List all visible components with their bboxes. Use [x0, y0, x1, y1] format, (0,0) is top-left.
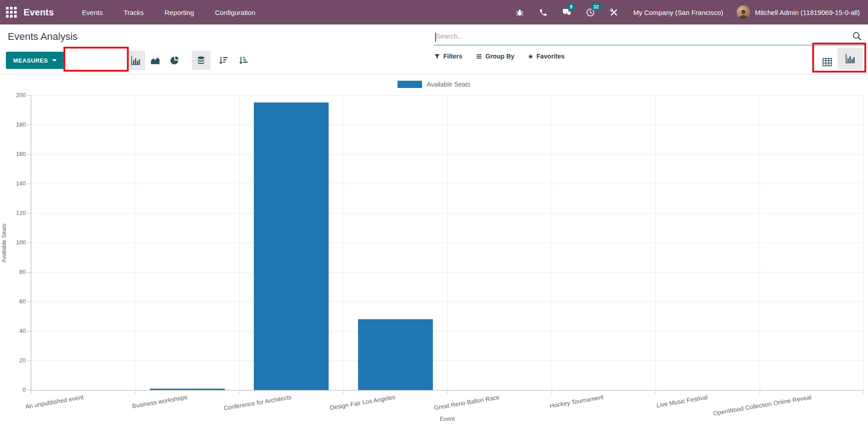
- bar-business-workshops[interactable]: [150, 389, 225, 390]
- avatar[interactable]: [737, 5, 750, 19]
- y-tick-label: 140: [8, 180, 26, 187]
- tools-icon[interactable]: [609, 7, 619, 17]
- menu-events[interactable]: Events: [82, 9, 103, 16]
- filter-icon: [434, 54, 440, 59]
- y-tick-mark: [27, 243, 31, 243]
- vertical-gridline: [552, 95, 552, 390]
- search-input[interactable]: [434, 30, 866, 45]
- x-tick-mark: [760, 390, 760, 394]
- menu-reporting[interactable]: Reporting: [165, 9, 194, 16]
- chevron-down-icon: [52, 59, 57, 62]
- sort-controls: [217, 51, 250, 70]
- favorites-label: Favorites: [536, 53, 564, 60]
- pie-chart-button[interactable]: [166, 51, 184, 70]
- filters-menu[interactable]: Filters: [434, 53, 462, 60]
- vertical-gridline: [447, 95, 448, 390]
- page-title: Events Analysis: [8, 31, 78, 43]
- bug-icon[interactable]: [514, 7, 524, 17]
- clock-icon[interactable]: 32: [585, 7, 595, 17]
- bar-design-fair-los-angeles[interactable]: [358, 319, 433, 390]
- filters-label: Filters: [443, 53, 462, 60]
- search-icon[interactable]: [852, 31, 862, 43]
- bar-chart-icon: [131, 56, 141, 65]
- user-name: Mitchell Admin (11819069-15-0-all): [755, 9, 860, 16]
- app-name[interactable]: Events: [24, 7, 54, 18]
- stacked-icon: [196, 56, 206, 65]
- x-tick-mark: [863, 390, 864, 394]
- x-tick-mark: [344, 390, 344, 394]
- area-chart-button[interactable]: [146, 51, 165, 70]
- y-tick-mark: [27, 272, 31, 273]
- x-tick-mark: [136, 390, 136, 394]
- star-icon: ★: [528, 53, 533, 60]
- top-menu: Events Tracks Reporting Configuration: [82, 9, 256, 16]
- y-tick-mark: [27, 331, 31, 331]
- y-tick-mark: [27, 184, 31, 184]
- bar-conference-for-architects[interactable]: [254, 102, 329, 390]
- top-navbar: Events Events Tracks Reporting Configura…: [0, 0, 868, 24]
- vertical-gridline: [760, 95, 760, 390]
- legend-color-swatch: [398, 81, 422, 88]
- group-by-icon: [476, 54, 482, 59]
- vertical-gridline: [136, 95, 136, 390]
- x-tick-mark: [239, 390, 240, 394]
- chart-legend[interactable]: Available Seats: [0, 81, 868, 88]
- y-tick-label: 20: [8, 357, 26, 364]
- bar-chart-button[interactable]: [127, 51, 145, 70]
- user-menu[interactable]: Mitchell Admin (11819069-15-0-all): [737, 5, 860, 19]
- chart-toolbar: MEASURES: [6, 51, 250, 70]
- y-tick-label: 100: [8, 239, 26, 246]
- search-bar: [434, 30, 866, 45]
- events-analysis-page: Events Events Tracks Reporting Configura…: [0, 0, 868, 424]
- sort-ascending-icon: [238, 55, 248, 65]
- view-switcher: [812, 43, 866, 73]
- group-by-menu[interactable]: Group By: [476, 53, 514, 60]
- vertical-gridline: [239, 95, 240, 390]
- vertical-gridline: [655, 95, 656, 390]
- y-tick-mark: [27, 154, 31, 155]
- sort-descending-button[interactable]: [217, 51, 230, 70]
- y-tick-label: 60: [8, 298, 26, 305]
- y-tick-label: 200: [8, 92, 26, 98]
- menu-configuration[interactable]: Configuration: [215, 9, 255, 16]
- y-tick-label: 180: [8, 121, 26, 128]
- x-tick-mark: [31, 390, 32, 394]
- chat-badge: 9: [567, 4, 575, 10]
- vertical-gridline: [863, 95, 864, 390]
- stacked-button[interactable]: [192, 51, 210, 70]
- chat-icon[interactable]: 9: [562, 7, 572, 17]
- text-caret: [435, 33, 436, 42]
- bar-chart-plot-area: 020406080100120140160180200An unpublishe…: [31, 95, 863, 390]
- chart-view-button[interactable]: [838, 48, 863, 69]
- measures-button[interactable]: MEASURES: [6, 52, 64, 69]
- x-tick-mark: [447, 390, 448, 394]
- y-axis-title: Available Seats: [1, 224, 7, 263]
- chart-type-switcher: [125, 51, 186, 70]
- legend-label: Available Seats: [427, 81, 470, 88]
- x-tick-mark: [552, 390, 552, 394]
- y-tick-mark: [27, 125, 31, 125]
- phone-icon[interactable]: [538, 7, 548, 17]
- pie-chart-icon: [170, 56, 179, 65]
- y-tick-label: 0: [8, 386, 26, 393]
- menu-tracks[interactable]: Tracks: [124, 9, 144, 16]
- company-switcher[interactable]: My Company (San Francisco): [633, 9, 723, 16]
- sort-descending-icon: [218, 55, 228, 65]
- y-tick-label: 40: [8, 327, 26, 334]
- sort-ascending-button[interactable]: [237, 51, 250, 70]
- group-by-label: Group By: [485, 53, 514, 60]
- apps-grid-icon[interactable]: [5, 6, 17, 18]
- control-panel: Events Analysis MEASURES: [0, 24, 868, 74]
- topbar-right: 9 32 My Company (San Francisco): [514, 5, 860, 19]
- y-tick-label: 120: [8, 210, 26, 216]
- table-view-icon: [822, 58, 832, 67]
- favorites-menu[interactable]: ★ Favorites: [528, 53, 565, 60]
- y-tick-mark: [27, 361, 31, 361]
- search-filter-menus: Filters Group By ★ Favorites: [434, 53, 565, 60]
- area-chart-icon: [150, 56, 160, 65]
- y-tick-mark: [27, 390, 31, 390]
- y-tick-mark: [27, 95, 31, 96]
- activity-badge: 32: [591, 4, 601, 10]
- table-view-button[interactable]: [819, 54, 836, 70]
- y-tick-label: 160: [8, 151, 26, 157]
